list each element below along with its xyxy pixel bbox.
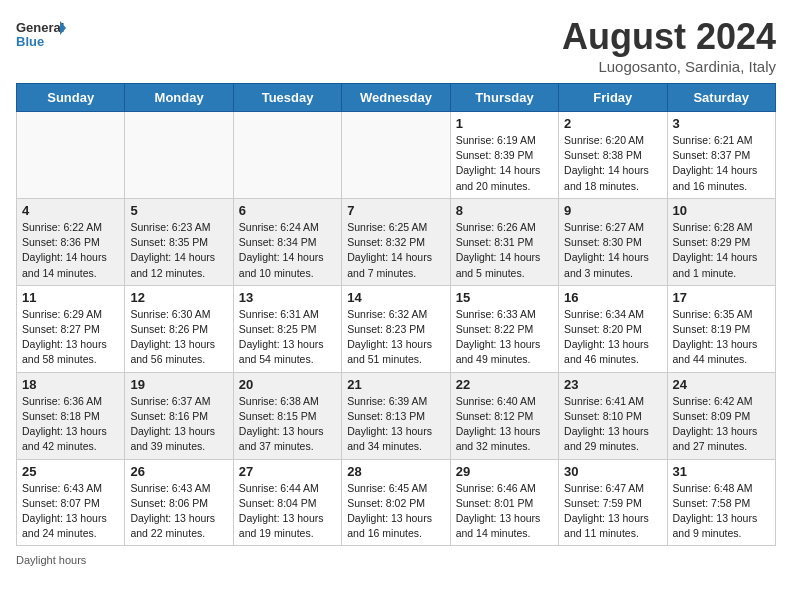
day-cell-6: 6Sunrise: 6:24 AM Sunset: 8:34 PM Daylig… bbox=[233, 198, 341, 285]
page-header: General Blue August 2024 Luogosanto, Sar… bbox=[16, 16, 776, 75]
day-cell-9: 9Sunrise: 6:27 AM Sunset: 8:30 PM Daylig… bbox=[559, 198, 667, 285]
day-cell-7: 7Sunrise: 6:25 AM Sunset: 8:32 PM Daylig… bbox=[342, 198, 450, 285]
day-number: 25 bbox=[22, 464, 119, 479]
day-info: Sunrise: 6:32 AM Sunset: 8:23 PM Dayligh… bbox=[347, 307, 444, 368]
calendar-table: SundayMondayTuesdayWednesdayThursdayFrid… bbox=[16, 83, 776, 546]
week-row-3: 11Sunrise: 6:29 AM Sunset: 8:27 PM Dayli… bbox=[17, 285, 776, 372]
day-cell-27: 27Sunrise: 6:44 AM Sunset: 8:04 PM Dayli… bbox=[233, 459, 341, 546]
day-cell-18: 18Sunrise: 6:36 AM Sunset: 8:18 PM Dayli… bbox=[17, 372, 125, 459]
day-cell-19: 19Sunrise: 6:37 AM Sunset: 8:16 PM Dayli… bbox=[125, 372, 233, 459]
day-number: 1 bbox=[456, 116, 553, 131]
day-info: Sunrise: 6:25 AM Sunset: 8:32 PM Dayligh… bbox=[347, 220, 444, 281]
col-header-wednesday: Wednesday bbox=[342, 84, 450, 112]
day-cell-14: 14Sunrise: 6:32 AM Sunset: 8:23 PM Dayli… bbox=[342, 285, 450, 372]
day-cell-28: 28Sunrise: 6:45 AM Sunset: 8:02 PM Dayli… bbox=[342, 459, 450, 546]
day-info: Sunrise: 6:36 AM Sunset: 8:18 PM Dayligh… bbox=[22, 394, 119, 455]
day-cell-3: 3Sunrise: 6:21 AM Sunset: 8:37 PM Daylig… bbox=[667, 112, 775, 199]
day-info: Sunrise: 6:28 AM Sunset: 8:29 PM Dayligh… bbox=[673, 220, 770, 281]
empty-cell bbox=[342, 112, 450, 199]
day-number: 23 bbox=[564, 377, 661, 392]
logo: General Blue bbox=[16, 16, 66, 56]
day-info: Sunrise: 6:47 AM Sunset: 7:59 PM Dayligh… bbox=[564, 481, 661, 542]
svg-text:General: General bbox=[16, 20, 64, 35]
day-cell-2: 2Sunrise: 6:20 AM Sunset: 8:38 PM Daylig… bbox=[559, 112, 667, 199]
title-area: August 2024 Luogosanto, Sardinia, Italy bbox=[562, 16, 776, 75]
day-info: Sunrise: 6:20 AM Sunset: 8:38 PM Dayligh… bbox=[564, 133, 661, 194]
day-number: 4 bbox=[22, 203, 119, 218]
empty-cell bbox=[233, 112, 341, 199]
empty-cell bbox=[125, 112, 233, 199]
day-number: 15 bbox=[456, 290, 553, 305]
day-number: 29 bbox=[456, 464, 553, 479]
week-row-5: 25Sunrise: 6:43 AM Sunset: 8:07 PM Dayli… bbox=[17, 459, 776, 546]
day-number: 18 bbox=[22, 377, 119, 392]
col-header-tuesday: Tuesday bbox=[233, 84, 341, 112]
day-cell-4: 4Sunrise: 6:22 AM Sunset: 8:36 PM Daylig… bbox=[17, 198, 125, 285]
footer-label: Daylight hours bbox=[16, 554, 776, 566]
day-cell-15: 15Sunrise: 6:33 AM Sunset: 8:22 PM Dayli… bbox=[450, 285, 558, 372]
day-info: Sunrise: 6:26 AM Sunset: 8:31 PM Dayligh… bbox=[456, 220, 553, 281]
day-cell-12: 12Sunrise: 6:30 AM Sunset: 8:26 PM Dayli… bbox=[125, 285, 233, 372]
day-cell-5: 5Sunrise: 6:23 AM Sunset: 8:35 PM Daylig… bbox=[125, 198, 233, 285]
col-header-thursday: Thursday bbox=[450, 84, 558, 112]
day-info: Sunrise: 6:34 AM Sunset: 8:20 PM Dayligh… bbox=[564, 307, 661, 368]
day-cell-24: 24Sunrise: 6:42 AM Sunset: 8:09 PM Dayli… bbox=[667, 372, 775, 459]
day-number: 16 bbox=[564, 290, 661, 305]
day-number: 3 bbox=[673, 116, 770, 131]
day-cell-31: 31Sunrise: 6:48 AM Sunset: 7:58 PM Dayli… bbox=[667, 459, 775, 546]
day-cell-22: 22Sunrise: 6:40 AM Sunset: 8:12 PM Dayli… bbox=[450, 372, 558, 459]
day-number: 11 bbox=[22, 290, 119, 305]
day-info: Sunrise: 6:27 AM Sunset: 8:30 PM Dayligh… bbox=[564, 220, 661, 281]
day-cell-20: 20Sunrise: 6:38 AM Sunset: 8:15 PM Dayli… bbox=[233, 372, 341, 459]
day-cell-21: 21Sunrise: 6:39 AM Sunset: 8:13 PM Dayli… bbox=[342, 372, 450, 459]
day-number: 7 bbox=[347, 203, 444, 218]
day-number: 31 bbox=[673, 464, 770, 479]
day-info: Sunrise: 6:22 AM Sunset: 8:36 PM Dayligh… bbox=[22, 220, 119, 281]
col-header-saturday: Saturday bbox=[667, 84, 775, 112]
day-number: 9 bbox=[564, 203, 661, 218]
day-info: Sunrise: 6:19 AM Sunset: 8:39 PM Dayligh… bbox=[456, 133, 553, 194]
day-info: Sunrise: 6:23 AM Sunset: 8:35 PM Dayligh… bbox=[130, 220, 227, 281]
day-info: Sunrise: 6:33 AM Sunset: 8:22 PM Dayligh… bbox=[456, 307, 553, 368]
day-info: Sunrise: 6:38 AM Sunset: 8:15 PM Dayligh… bbox=[239, 394, 336, 455]
day-info: Sunrise: 6:45 AM Sunset: 8:02 PM Dayligh… bbox=[347, 481, 444, 542]
day-info: Sunrise: 6:43 AM Sunset: 8:07 PM Dayligh… bbox=[22, 481, 119, 542]
day-number: 6 bbox=[239, 203, 336, 218]
header-row: SundayMondayTuesdayWednesdayThursdayFrid… bbox=[17, 84, 776, 112]
day-info: Sunrise: 6:42 AM Sunset: 8:09 PM Dayligh… bbox=[673, 394, 770, 455]
day-number: 21 bbox=[347, 377, 444, 392]
day-info: Sunrise: 6:48 AM Sunset: 7:58 PM Dayligh… bbox=[673, 481, 770, 542]
day-cell-23: 23Sunrise: 6:41 AM Sunset: 8:10 PM Dayli… bbox=[559, 372, 667, 459]
logo-svg: General Blue bbox=[16, 16, 66, 56]
day-info: Sunrise: 6:40 AM Sunset: 8:12 PM Dayligh… bbox=[456, 394, 553, 455]
day-number: 22 bbox=[456, 377, 553, 392]
day-info: Sunrise: 6:35 AM Sunset: 8:19 PM Dayligh… bbox=[673, 307, 770, 368]
day-number: 27 bbox=[239, 464, 336, 479]
col-header-friday: Friday bbox=[559, 84, 667, 112]
day-info: Sunrise: 6:46 AM Sunset: 8:01 PM Dayligh… bbox=[456, 481, 553, 542]
day-cell-13: 13Sunrise: 6:31 AM Sunset: 8:25 PM Dayli… bbox=[233, 285, 341, 372]
month-title: August 2024 bbox=[562, 16, 776, 58]
day-number: 24 bbox=[673, 377, 770, 392]
day-number: 10 bbox=[673, 203, 770, 218]
day-number: 17 bbox=[673, 290, 770, 305]
day-cell-11: 11Sunrise: 6:29 AM Sunset: 8:27 PM Dayli… bbox=[17, 285, 125, 372]
day-number: 14 bbox=[347, 290, 444, 305]
empty-cell bbox=[17, 112, 125, 199]
day-info: Sunrise: 6:30 AM Sunset: 8:26 PM Dayligh… bbox=[130, 307, 227, 368]
day-number: 5 bbox=[130, 203, 227, 218]
day-number: 13 bbox=[239, 290, 336, 305]
week-row-4: 18Sunrise: 6:36 AM Sunset: 8:18 PM Dayli… bbox=[17, 372, 776, 459]
day-cell-25: 25Sunrise: 6:43 AM Sunset: 8:07 PM Dayli… bbox=[17, 459, 125, 546]
day-info: Sunrise: 6:41 AM Sunset: 8:10 PM Dayligh… bbox=[564, 394, 661, 455]
day-number: 8 bbox=[456, 203, 553, 218]
day-cell-10: 10Sunrise: 6:28 AM Sunset: 8:29 PM Dayli… bbox=[667, 198, 775, 285]
day-info: Sunrise: 6:37 AM Sunset: 8:16 PM Dayligh… bbox=[130, 394, 227, 455]
day-info: Sunrise: 6:44 AM Sunset: 8:04 PM Dayligh… bbox=[239, 481, 336, 542]
week-row-1: 1Sunrise: 6:19 AM Sunset: 8:39 PM Daylig… bbox=[17, 112, 776, 199]
day-info: Sunrise: 6:21 AM Sunset: 8:37 PM Dayligh… bbox=[673, 133, 770, 194]
day-info: Sunrise: 6:43 AM Sunset: 8:06 PM Dayligh… bbox=[130, 481, 227, 542]
day-info: Sunrise: 6:24 AM Sunset: 8:34 PM Dayligh… bbox=[239, 220, 336, 281]
day-cell-16: 16Sunrise: 6:34 AM Sunset: 8:20 PM Dayli… bbox=[559, 285, 667, 372]
day-number: 26 bbox=[130, 464, 227, 479]
